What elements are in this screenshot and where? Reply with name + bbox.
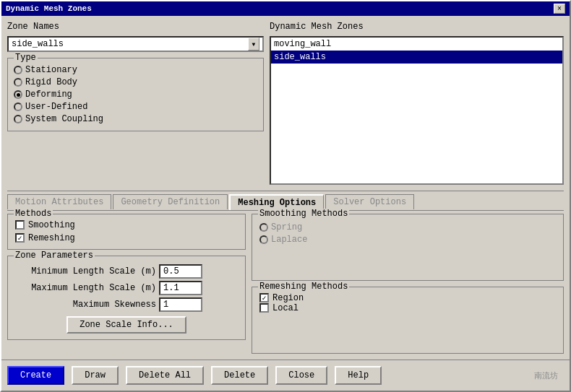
checkbox-remeshing-box[interactable]: [15, 233, 25, 243]
radio-rigid-body-input[interactable]: [14, 78, 22, 87]
checkbox-local-label: Local: [272, 303, 299, 313]
left-panel: Zone Names side_walls ▼ Type Stationary …: [7, 22, 264, 185]
zone-params-legend: Zone Parameters: [14, 251, 95, 261]
checkbox-region[interactable]: Region: [259, 293, 556, 303]
max-length-input[interactable]: [159, 281, 202, 295]
tab-solver-options[interactable]: Solver Options: [325, 194, 414, 209]
tab-meshing-options[interactable]: Meshing Options: [229, 194, 324, 210]
radio-laplace-input[interactable]: [259, 235, 268, 244]
left-tab-col: Methods Smoothing Remeshing Zone Paramet…: [7, 214, 246, 354]
dropdown-arrow-icon[interactable]: ▼: [248, 38, 259, 51]
max-skewness-label: Maximum Skewness: [15, 300, 156, 310]
max-skewness-row: Maximum Skewness: [15, 297, 238, 312]
checkbox-region-box[interactable]: [259, 293, 269, 302]
checkbox-smoothing-box[interactable]: [15, 220, 25, 230]
right-tab-col: Smoothing Methods Spring Laplace Remeshi…: [252, 214, 564, 354]
close-button-bottom[interactable]: Close: [275, 366, 327, 385]
max-length-row: Maximum Length Scale (m): [15, 281, 238, 295]
checkbox-local-box[interactable]: [259, 303, 269, 313]
radio-laplace[interactable]: Laplace: [259, 235, 556, 245]
window-title: Dynamic Mesh Zones: [6, 4, 92, 13]
radio-deforming-input[interactable]: [14, 90, 22, 99]
delete-all-button[interactable]: Delete All: [126, 366, 204, 385]
smoothing-methods-legend: Smoothing Methods: [258, 209, 349, 219]
checkbox-local[interactable]: Local: [259, 303, 556, 313]
radio-user-defined-label: User-Defined: [25, 102, 87, 112]
listbox-item-moving-wall[interactable]: moving_wall: [271, 38, 562, 51]
zone-names-label: Zone Names: [7, 22, 264, 32]
close-button[interactable]: ×: [554, 4, 565, 14]
max-skewness-input[interactable]: [159, 297, 202, 312]
min-length-label: Minimum Length Scale (m): [15, 266, 156, 276]
radio-stationary-input[interactable]: [14, 66, 22, 74]
remeshing-methods-group: Remeshing Methods Region Local: [252, 287, 564, 354]
type-group-legend: Type: [14, 53, 38, 63]
right-panel: Dynamic Mesh Zones moving_wall side_wall…: [270, 22, 564, 185]
radio-user-defined[interactable]: User-Defined: [14, 102, 257, 112]
radio-spring-input[interactable]: [259, 223, 268, 232]
main-area: Motion Attributes Geometry Definition Me…: [1, 191, 570, 360]
methods-group: Methods Smoothing Remeshing: [7, 214, 246, 250]
zone-scale-info-button[interactable]: Zone Scale Info...: [66, 316, 186, 334]
radio-laplace-label: Laplace: [271, 235, 307, 245]
draw-button[interactable]: Draw: [72, 366, 119, 385]
checkbox-smoothing-label: Smoothing: [28, 220, 75, 230]
radio-deforming[interactable]: Deforming: [14, 90, 257, 100]
min-length-row: Minimum Length Scale (m): [15, 264, 238, 279]
radio-rigid-body-label: Rigid Body: [25, 77, 77, 87]
tab-content-area: Methods Smoothing Remeshing Zone Paramet…: [7, 214, 564, 354]
radio-stationary[interactable]: Stationary: [14, 65, 257, 75]
listbox-item-side-walls[interactable]: side_walls: [271, 51, 562, 64]
smoothing-methods-group: Smoothing Methods Spring Laplace: [252, 214, 564, 281]
radio-system-coupling-label: System Coupling: [25, 114, 103, 124]
radio-stationary-label: Stationary: [25, 65, 77, 75]
title-bar: Dynamic Mesh Zones ×: [1, 1, 570, 16]
radio-deforming-label: Deforming: [25, 90, 72, 100]
main-window: Dynamic Mesh Zones × Zone Names side_wal…: [0, 0, 571, 392]
dynamic-mesh-zones-listbox[interactable]: moving_wall side_walls: [270, 36, 564, 185]
checkbox-remeshing-label: Remeshing: [28, 233, 75, 243]
create-button[interactable]: Create: [7, 366, 64, 385]
min-length-input[interactable]: [159, 264, 202, 279]
radio-spring-label: Spring: [271, 222, 302, 232]
type-group: Type Stationary Rigid Body Deforming Use…: [7, 58, 264, 131]
watermark: 南流坊: [534, 370, 564, 381]
zone-names-dropdown[interactable]: side_walls ▼: [7, 36, 264, 52]
help-button[interactable]: Help: [335, 366, 382, 385]
checkbox-remeshing[interactable]: Remeshing: [15, 233, 238, 243]
tabs-row: Motion Attributes Geometry Definition Me…: [7, 191, 564, 211]
radio-system-coupling[interactable]: System Coupling: [14, 114, 257, 124]
max-length-label: Maximum Length Scale (m): [15, 283, 156, 293]
checkbox-smoothing[interactable]: Smoothing: [15, 220, 238, 230]
remeshing-methods-legend: Remeshing Methods: [258, 282, 349, 292]
tab-geometry-definition[interactable]: Geometry Definition: [113, 194, 228, 209]
bottom-bar: Create Draw Delete All Delete Close Help…: [1, 360, 570, 391]
radio-rigid-body[interactable]: Rigid Body: [14, 77, 257, 87]
methods-group-legend: Methods: [14, 209, 53, 219]
radio-spring[interactable]: Spring: [259, 222, 556, 232]
main-content: Zone Names side_walls ▼ Type Stationary …: [1, 16, 570, 191]
checkbox-region-label: Region: [272, 293, 304, 303]
radio-user-defined-input[interactable]: [14, 103, 22, 111]
zone-names-value: side_walls: [12, 39, 64, 49]
delete-button[interactable]: Delete: [211, 366, 268, 385]
zone-params-group: Zone Parameters Minimum Length Scale (m)…: [7, 256, 246, 340]
tab-motion-attributes[interactable]: Motion Attributes: [7, 194, 111, 209]
radio-system-coupling-input[interactable]: [14, 115, 22, 123]
dynamic-mesh-zones-label: Dynamic Mesh Zones: [270, 22, 564, 32]
